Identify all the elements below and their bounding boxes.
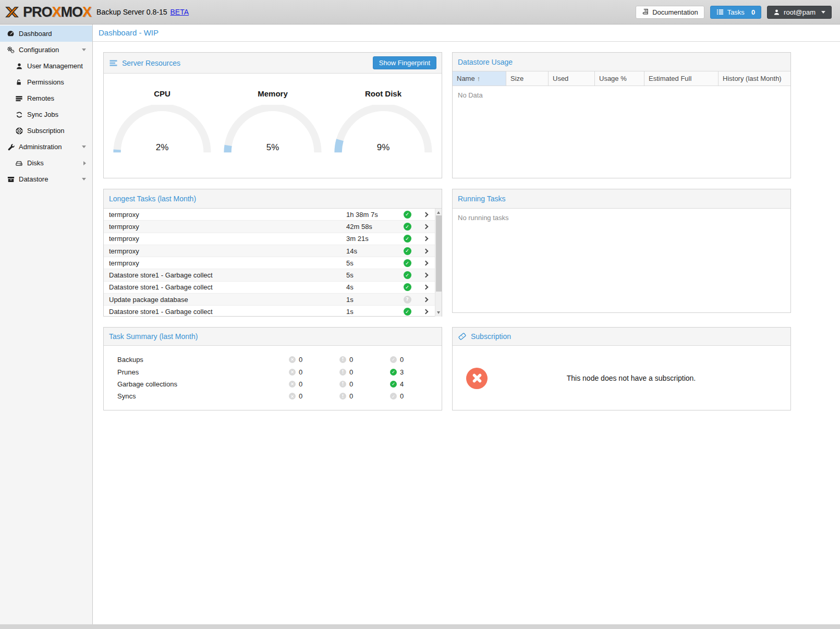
user-icon — [15, 63, 23, 70]
gauge-label: CPU — [110, 89, 214, 98]
open-task-button[interactable] — [416, 213, 435, 216]
sidebar-item-datastore[interactable]: Datastore — [0, 171, 92, 187]
chevron-right-icon — [423, 285, 428, 290]
sidebar-item-sync-jobs[interactable]: Sync Jobs — [0, 106, 92, 123]
column-header-estimated-full[interactable]: Estimated Full — [644, 71, 719, 86]
chevron-right-icon — [423, 260, 428, 265]
task-duration: 3m 21s — [346, 235, 398, 243]
chevron-down-icon[interactable] — [82, 178, 86, 180]
subscription-panel: Subscription This node does not have a s… — [452, 327, 791, 410]
column-header-history-last-month-[interactable]: History (last Month) — [719, 71, 790, 86]
column-header-name[interactable]: Name↑ — [453, 71, 506, 86]
task-row[interactable]: termproxy14s✓ — [104, 245, 435, 257]
task-row[interactable]: termproxy5s✓ — [104, 257, 435, 269]
book-icon — [642, 8, 649, 16]
sidebar-item-subscription[interactable]: Subscription — [0, 123, 92, 139]
task-status: ✓ — [398, 235, 416, 243]
summary-label: Backups — [117, 356, 289, 364]
column-header-label: Name — [457, 75, 475, 82]
longest-tasks-title: Longest Tasks (last Month) — [109, 195, 196, 203]
summary-stat-ok: ✓4 — [390, 380, 441, 388]
task-row[interactable]: termproxy42m 58s✓ — [104, 221, 435, 233]
column-header-size[interactable]: Size — [506, 71, 549, 86]
ok-count-icon: ✓ — [390, 369, 397, 376]
warning-count-icon: ! — [339, 369, 346, 376]
sidebar-item-disks[interactable]: Disks — [0, 155, 92, 171]
vertical-scrollbar[interactable] — [435, 209, 442, 317]
column-header-label: History (last Month) — [723, 75, 782, 82]
hdd-icon — [15, 160, 23, 167]
page-title: Dashboard - WIP — [93, 25, 840, 42]
column-header-label: Usage % — [599, 75, 627, 82]
horizontal-scrollbar[interactable] — [0, 624, 840, 629]
task-row[interactable]: termproxy1h 38m 7s✓ — [104, 209, 435, 221]
task-row[interactable]: termproxy3m 21s✓ — [104, 233, 435, 245]
gauge-value: 9% — [331, 142, 435, 153]
summary-stat-error: ×0 — [289, 380, 339, 388]
task-row[interactable]: Datastore store1 - Garbage collect1s✓ — [104, 306, 435, 317]
user-menu-button[interactable]: root@pam — [767, 6, 832, 19]
summary-stat-error: ×0 — [289, 368, 339, 376]
task-status: ✓ — [398, 308, 416, 316]
open-task-button[interactable] — [416, 261, 435, 265]
task-duration: 1s — [346, 296, 398, 304]
error-count-icon: × — [289, 393, 296, 400]
gears-icon — [6, 46, 15, 54]
datastore-usage-title: Datastore Usage — [458, 58, 513, 66]
chevron-right-icon — [423, 224, 428, 229]
documentation-button[interactable]: Documentation — [636, 6, 704, 19]
sidebar-item-configuration[interactable]: Configuration — [0, 42, 92, 58]
open-task-button[interactable] — [416, 285, 435, 289]
open-task-button[interactable] — [416, 237, 435, 240]
open-task-button[interactable] — [416, 310, 435, 313]
tasks-button[interactable]: Tasks 0 — [710, 6, 761, 19]
open-task-button[interactable] — [416, 298, 435, 301]
chevron-right-icon — [423, 309, 428, 314]
column-header-label: Used — [553, 75, 568, 82]
summary-label: Syncs — [117, 392, 289, 400]
gauge-root-disk: Root Disk9% — [331, 89, 435, 179]
column-header-usage-[interactable]: Usage % — [595, 71, 644, 86]
scrollbar-thumb[interactable] — [436, 215, 442, 292]
wordmark-seg: MO — [61, 4, 83, 20]
task-status: ✓ — [398, 283, 416, 291]
warning-count-icon: ! — [339, 356, 346, 363]
subscription-header: Subscription — [453, 328, 790, 346]
error-count-icon: × — [289, 356, 296, 363]
column-header-label: Estimated Full — [649, 75, 691, 82]
chevron-down-icon[interactable] — [82, 146, 86, 148]
gauge-icon — [6, 30, 15, 38]
show-fingerprint-button[interactable]: Show Fingerprint — [373, 56, 436, 69]
open-task-button[interactable] — [416, 225, 435, 228]
beta-link[interactable]: BETA — [170, 8, 189, 16]
sidebar-item-permissions[interactable]: Permissions — [0, 74, 92, 90]
status-ok-icon: ✓ — [404, 247, 411, 255]
longest-tasks-header: Longest Tasks (last Month) — [104, 189, 442, 209]
warning-count-icon: ! — [339, 393, 346, 400]
open-task-button[interactable] — [416, 249, 435, 253]
chevron-down-icon[interactable] — [82, 49, 86, 51]
summary-count: 0 — [349, 368, 353, 376]
task-row[interactable]: Datastore store1 - Garbage collect4s✓ — [104, 282, 435, 294]
sidebar-item-label: Sync Jobs — [27, 111, 58, 118]
sidebar-item-remotes[interactable]: Remotes — [0, 90, 92, 106]
scroll-down-arrow[interactable] — [435, 309, 442, 316]
user-label: root@pam — [784, 8, 815, 16]
gauge-value: 2% — [110, 142, 214, 153]
sidebar-item-administration[interactable]: Administration — [0, 139, 92, 155]
task-name: termproxy — [109, 235, 346, 243]
column-header-label: Size — [510, 75, 524, 82]
unlock-icon — [15, 79, 23, 86]
open-task-button[interactable] — [416, 273, 435, 277]
task-row[interactable]: Datastore store1 - Garbage collect5s✓ — [104, 269, 435, 281]
gauge-group: CPU2%Memory5%Root Disk9% — [104, 74, 442, 179]
column-header-used[interactable]: Used — [549, 71, 595, 86]
chevron-right-icon[interactable] — [83, 161, 86, 165]
datastore-table-header: Name↑SizeUsedUsage %Estimated FullHistor… — [453, 71, 790, 86]
task-row[interactable]: Update package database1s? — [104, 294, 435, 306]
sidebar-item-user-management[interactable]: User Management — [0, 58, 92, 74]
summary-count: 3 — [400, 368, 404, 376]
sidebar-item-dashboard[interactable]: Dashboard — [0, 26, 92, 42]
summary-count: 0 — [299, 380, 302, 388]
gauge-label: Memory — [221, 89, 325, 98]
